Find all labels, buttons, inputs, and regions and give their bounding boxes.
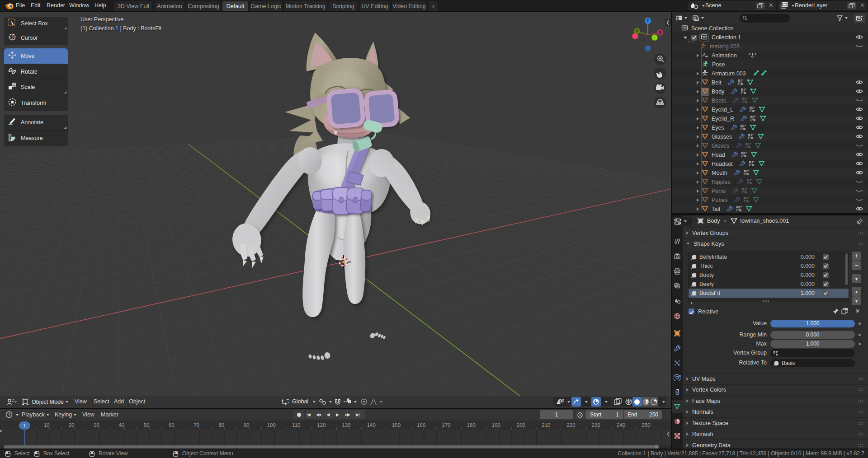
svg-text:X: X (659, 30, 661, 35)
svg-text:Y: Y (636, 29, 638, 33)
svg-text:Z: Z (646, 19, 649, 23)
